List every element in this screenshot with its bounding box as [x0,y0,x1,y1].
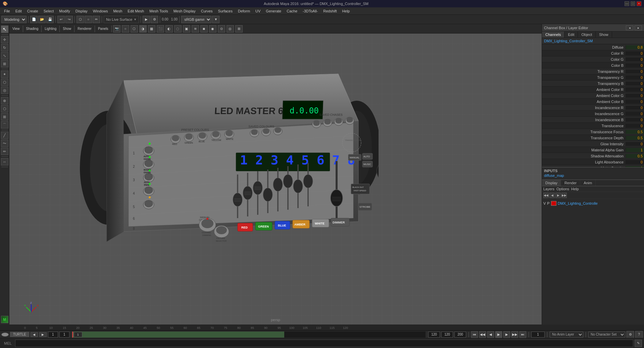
pb-goto-end[interactable]: ⏭ [519,331,526,338]
timeline-end-field[interactable] [441,332,453,338]
current-frame-field-2[interactable] [59,332,69,338]
char-set-dropdown[interactable]: No Character Set [588,332,625,338]
new-file-button[interactable]: 📄 [30,16,38,23]
anim-help-button[interactable]: ? [635,331,643,338]
vp-menu-show[interactable]: Show [61,27,73,31]
channel-value[interactable]: 0.8 [626,45,644,49]
layer-name[interactable]: DMX_Lighting_Controlle [558,201,598,205]
rotate-tool-button[interactable]: ↻ [1,44,8,51]
menu-edit[interactable]: Edit [13,9,24,13]
redo-button[interactable]: ↪ [65,16,73,23]
vp-icon-shaded[interactable]: ◑ [139,25,147,33]
vp-icon-shadow[interactable]: ◐ [165,25,173,33]
channel-value[interactable]: 0 [626,106,644,110]
channel-value[interactable]: 0.5 [626,154,644,158]
move-tool-button[interactable]: ✛ [1,36,8,43]
pencil-button[interactable]: ✏ [1,148,8,155]
soft-select-button[interactable]: ◎ [1,87,8,94]
menu-windows[interactable]: Windows [90,9,111,13]
current-frame-counter[interactable] [531,332,545,338]
menu-cache[interactable]: Cache [284,9,300,13]
cluster-button[interactable]: ⊞ [1,113,8,120]
tab-object[interactable]: Object [578,32,596,38]
channel-value[interactable]: 0 [626,160,644,164]
menu-redshift[interactable]: Redshift [320,9,339,13]
menu-select[interactable]: Select [41,9,57,13]
titlebar-controls[interactable]: — □ ✕ [625,1,641,6]
channel-value[interactable]: 1 [626,148,644,152]
channel-value[interactable]: 0 [626,124,644,128]
channel-box-pin-button[interactable]: ▸ [635,26,642,30]
channel-value[interactable]: 0 [626,69,644,73]
vp-icon-camera[interactable]: 📷 [113,25,120,33]
measure-button[interactable]: ↔ [1,158,8,165]
sculpt-button[interactable]: ✦ [1,70,8,78]
cv-curve-button[interactable]: 〜 [1,140,8,147]
pb-next-key[interactable]: ▶ [503,331,510,338]
lattice-button[interactable]: ⬡ [1,105,8,112]
channel-value[interactable]: 0 [626,100,644,104]
vp-icon-texture[interactable]: ▦ [148,25,155,33]
layer-menu-layers[interactable]: Layers [543,187,554,191]
vp-icon-isolate[interactable]: ⊙ [218,25,225,33]
inputs-diffuse-map[interactable]: diffuse_map [544,173,642,178]
channel-value[interactable]: 0 [626,94,644,98]
anim-next-button[interactable]: ▶ [39,332,47,337]
tab-show[interactable]: Show [596,32,612,38]
channel-value[interactable]: 0 [626,82,644,86]
vp-menu-renderer[interactable]: Renderer [76,27,93,31]
show-manipulator-button[interactable]: ⊕ [1,97,8,104]
layer-nav-back-button[interactable]: ◀ [549,193,555,198]
menu-curves[interactable]: Curves [198,9,215,13]
paint-button[interactable]: ✏ [93,16,100,23]
paint-weight-button[interactable]: ⬡ [1,79,8,86]
start-frame-field[interactable] [48,332,58,338]
frame-indicator[interactable] [72,332,73,338]
channel-value[interactable]: 0 [626,112,644,116]
vp-icon-lights[interactable]: ⬛ [157,25,164,33]
vp-icon-dof[interactable]: ▣ [183,25,190,33]
channel-value[interactable]: 0 [626,142,644,146]
viewport-canvas[interactable]: LED MASTER 64 d.0.00 PRESET COLOURS SAVE… [9,34,542,325]
menu-generate[interactable]: Generate [263,9,284,13]
color-space-dropdown[interactable]: sRGB gamma [181,16,211,23]
menu-mesh-tools[interactable]: Mesh Tools [147,9,170,13]
channel-value[interactable]: 0 [626,51,644,55]
undo-button[interactable]: ↩ [57,16,65,23]
channel-value[interactable]: 0 [626,57,644,61]
mel-input[interactable] [15,340,633,347]
pb-step-forward[interactable]: ▶▶ [511,331,518,338]
menu-file[interactable]: File [1,9,13,13]
viewport[interactable]: View Shading Lighting Show Renderer Pane… [9,24,542,325]
select-mode-button[interactable]: ↖ [1,26,8,33]
frame-input[interactable] [74,332,82,337]
channel-value[interactable]: 0.5 [626,130,644,134]
channel-value[interactable]: 0 [626,76,644,80]
vp-icon-select[interactable]: ○ [122,25,129,33]
anim-prev-button[interactable]: ◀ [31,332,38,337]
turtle-tab[interactable]: TURTLE [10,332,29,337]
close-button[interactable]: ✕ [637,1,641,6]
vp-icon-motion[interactable]: ≋ [192,25,199,33]
maximize-button[interactable]: □ [631,1,635,6]
vp-menu-lighting[interactable]: Lighting [43,27,58,31]
tab-channels[interactable]: Channels [542,32,564,38]
menu-surfaces[interactable]: Surfaces [215,9,235,13]
layer-nav-prev-button[interactable]: ◀◀ [543,193,549,198]
bend-button[interactable]: ⌒ [1,121,8,129]
layer-menu-options[interactable]: Options [556,187,569,191]
save-file-button[interactable]: 💾 [46,16,54,23]
menu-modify[interactable]: Modify [56,9,72,13]
pb-goto-start[interactable]: ⏮ [471,331,478,338]
channel-box-expand-button[interactable]: ◂ [626,26,633,30]
render-settings-button[interactable]: ⚙ [151,16,158,23]
vp-menu-view[interactable]: View [11,27,21,31]
channel-value[interactable]: 0 [626,63,644,67]
vp-menu-panels[interactable]: Panels [96,27,110,31]
color-manage-button[interactable]: ▼ [212,16,219,23]
transform-tool-button[interactable]: ⊞ [1,60,8,67]
open-file-button[interactable]: 📂 [38,16,46,23]
layer-tab-anim[interactable]: Anim [580,180,596,186]
menu-create[interactable]: Create [24,9,41,13]
channel-value[interactable]: 0 [626,118,644,122]
